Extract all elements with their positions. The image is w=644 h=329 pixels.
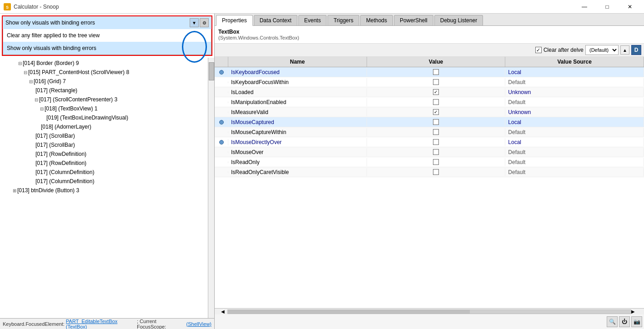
scroll-left-button[interactable]: ◀ [221, 309, 227, 314]
table-row[interactable]: IsLoaded✓Unknown [215, 87, 644, 97]
table-row[interactable]: IsMouseCaptureWithinDefault [215, 127, 644, 137]
tree-item[interactable]: [017] (ScrollBar) [0, 140, 208, 150]
tab-data-context[interactable]: Data Context [254, 15, 297, 25]
expand-icon[interactable]: ⊟ [24, 70, 27, 75]
horizontal-scrollbar[interactable]: ◀ ▶ [215, 308, 644, 314]
maximize-button[interactable]: □ [597, 0, 618, 14]
prop-checkbox[interactable] [433, 159, 439, 165]
prop-value[interactable] [367, 118, 506, 126]
prop-value[interactable]: ✓ [367, 88, 506, 96]
scroll-right-button[interactable]: ▶ [631, 309, 638, 314]
prop-name: IsReadOnly [228, 158, 367, 166]
prop-checkbox[interactable] [433, 79, 439, 85]
tab-powershell[interactable]: PowerShell [394, 15, 433, 25]
scroll-thumb [228, 310, 470, 314]
prop-source: Local [505, 68, 644, 76]
prop-value[interactable] [367, 128, 506, 136]
minimize-button[interactable]: — [574, 0, 595, 14]
tab-events[interactable]: Events [298, 15, 327, 25]
prop-checkbox[interactable] [433, 169, 439, 175]
tree-item[interactable]: [017] (RowDefinition) [0, 159, 208, 168]
prop-checkbox[interactable]: ✓ [433, 109, 439, 115]
table-row[interactable]: IsMouseDirectlyOverLocal [215, 137, 644, 147]
dropdown-arrow-icon[interactable]: ▼ [190, 18, 199, 27]
status-link-textbox[interactable]: PART_EditableTextBox (TextBox) [66, 319, 137, 329]
prop-value[interactable] [367, 168, 506, 176]
table-row[interactable]: IsReadOnlyDefault [215, 157, 644, 167]
table-row[interactable]: IsKeyboardFocusedLocal [215, 67, 644, 77]
prop-value[interactable] [367, 78, 506, 86]
tab-properties[interactable]: Properties [216, 15, 253, 26]
tree-item[interactable]: ⊞[013] btnDivide (Button) 3 [0, 186, 208, 195]
dropdown-item-clear[interactable]: Clear any filter applied to the tree vie… [3, 29, 211, 42]
expand-icon[interactable]: ⊞ [13, 188, 16, 193]
tree-item[interactable]: ⊟[015] PART_ContentHost (ScrollViewer) 8 [0, 68, 208, 77]
tab-debug-listener[interactable]: Debug Listener [434, 15, 483, 25]
expand-icon[interactable]: ⊟ [18, 61, 22, 66]
prop-value[interactable] [367, 158, 506, 166]
table-row[interactable]: IsManipulationEnabledDefault [215, 97, 644, 107]
tree-item[interactable]: ⊟[017] (ScrollContentPresenter) 3 [0, 95, 208, 104]
prop-name: IsMouseOver [228, 148, 367, 156]
table-row[interactable]: IsKeyboardFocusWithinDefault [215, 77, 644, 87]
prop-value[interactable]: ✓ [367, 108, 506, 116]
default-select[interactable]: (Default) [585, 45, 619, 55]
up-arrow-button[interactable]: ▲ [620, 45, 629, 55]
d-button[interactable]: D [631, 45, 641, 55]
tree-item[interactable]: [017] (ScrollBar) [0, 131, 208, 140]
table-row[interactable]: IsMouseCapturedLocal [215, 117, 644, 127]
status-link-shellview[interactable]: (ShellView) [186, 321, 211, 327]
tab-triggers[interactable]: Triggers [327, 15, 359, 25]
prop-name: IsMouseCaptureWithin [228, 128, 367, 136]
left-panel: Show only visuals with binding errors ▼ … [0, 14, 215, 329]
zoom-icon[interactable]: 🔍 [607, 316, 618, 327]
dropdown-item-binding-errors[interactable]: Show only visuals with binding errors [3, 42, 211, 55]
prop-value[interactable] [367, 138, 506, 146]
col-header-indicator [215, 57, 228, 67]
table-row[interactable]: IsMouseOverDefault [215, 147, 644, 157]
tree-item[interactable]: [017] (Rectangle) [0, 86, 208, 95]
tree-item[interactable]: ⊟[018] (TextBoxView) 1 [0, 104, 208, 113]
tree-content[interactable]: ⊟[014] Border (Border) 9⊟[015] PART_Cont… [0, 58, 208, 318]
prop-checkbox[interactable] [433, 119, 439, 125]
tab-methods[interactable]: Methods [360, 15, 393, 25]
col-header-value: Value [367, 57, 506, 67]
prop-checkbox[interactable] [433, 69, 439, 75]
tree-scrollbar[interactable] [208, 58, 214, 318]
prop-name: IsManipulationEnabled [228, 98, 367, 106]
table-row[interactable]: IsReadOnlyCaretVisibleDefault [215, 167, 644, 177]
power-icon[interactable]: ⏻ [619, 316, 630, 327]
filter-settings-icon[interactable]: ⚙ [200, 18, 209, 27]
expand-icon[interactable]: ⊟ [40, 106, 44, 111]
prop-value[interactable] [367, 148, 506, 156]
expand-icon[interactable]: ⊟ [29, 79, 33, 84]
prop-value[interactable] [367, 68, 506, 76]
tree-item[interactable]: [017] (ColumnDefinition) [0, 177, 208, 186]
prop-name: IsMouseDirectlyOver [228, 138, 367, 146]
expand-icon[interactable]: ⊟ [35, 97, 38, 102]
svg-text:S: S [6, 5, 9, 10]
clear-after-delve-checkbox[interactable]: ✓ [535, 47, 542, 53]
filter-dropdown[interactable]: Show only visuals with binding errors ▼ … [3, 16, 211, 29]
tree-item[interactable]: ⊟[016] (Grid) 7 [0, 77, 208, 86]
app-icon: S [4, 3, 11, 10]
close-button[interactable]: ✕ [619, 0, 640, 14]
prop-checkbox[interactable] [433, 99, 439, 105]
prop-checkbox[interactable] [433, 129, 439, 135]
tree-item[interactable]: [017] (ColumnDefinition) [0, 168, 208, 177]
tree-item[interactable]: [017] (RowDefinition) [0, 150, 208, 159]
table-body: IsKeyboardFocusedLocalIsKeyboardFocusWit… [215, 67, 644, 308]
prop-source: Default [505, 98, 644, 106]
camera-icon[interactable]: 📷 [631, 316, 642, 327]
prop-checkbox[interactable]: ✓ [433, 89, 439, 95]
prop-checkbox[interactable] [433, 139, 439, 145]
prop-source: Default [505, 148, 644, 156]
tree-item[interactable]: ⊟[014] Border (Border) 9 [0, 59, 208, 68]
tree-item[interactable]: [018] (AdornerLayer) [0, 122, 208, 131]
indicator-dot [219, 120, 224, 125]
prop-value[interactable] [367, 98, 506, 106]
tree-item[interactable]: [019] (TextBoxLineDrawingVisual) [0, 113, 208, 122]
table-row[interactable]: IsMeasureValid✓Unknown [215, 107, 644, 117]
prop-source: Default [505, 168, 644, 176]
prop-checkbox[interactable] [433, 149, 439, 155]
